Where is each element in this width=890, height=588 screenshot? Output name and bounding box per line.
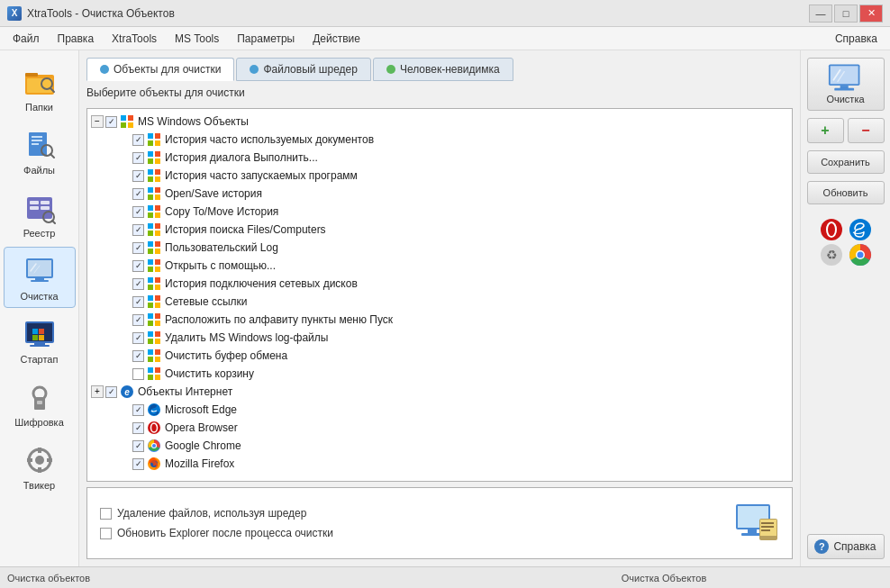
- tree-item-8[interactable]: История подключения сетевых дисков: [91, 275, 788, 293]
- win-icon-11: [147, 330, 161, 345]
- tree-item-0[interactable]: История часто используемых документов: [91, 131, 788, 149]
- cb-2[interactable]: [132, 170, 144, 182]
- app-icon: X: [7, 6, 22, 21]
- chrome-icon: [147, 439, 161, 453]
- svg-rect-119: [761, 529, 770, 531]
- tree-item-13[interactable]: Очистить корзину: [91, 365, 788, 383]
- cb-7[interactable]: [132, 260, 144, 272]
- win-icon-4: [147, 204, 161, 219]
- svg-rect-73: [148, 259, 153, 265]
- cb-3[interactable]: [132, 188, 144, 200]
- svg-rect-79: [148, 285, 153, 290]
- svg-rect-95: [148, 357, 153, 362]
- tab-invisible[interactable]: Человек-невидимка: [373, 58, 513, 81]
- tree-item-7[interactable]: Открыть с помощью...: [91, 257, 788, 275]
- svg-rect-121: [830, 66, 858, 84]
- sidebar-item-files[interactable]: Файлы: [4, 121, 76, 182]
- menu-params[interactable]: Параметры: [228, 30, 304, 48]
- cb-0[interactable]: [132, 134, 144, 146]
- close-button[interactable]: ✕: [859, 5, 883, 23]
- menu-action[interactable]: Действие: [304, 30, 369, 48]
- update-button[interactable]: Обновить: [807, 181, 885, 204]
- firefox-label: Mozilla Firefox: [165, 456, 234, 472]
- cb-edge[interactable]: [132, 404, 144, 416]
- item-label-4: Copy To/Move История: [165, 204, 278, 220]
- menu-file[interactable]: Файл: [4, 30, 49, 48]
- svg-rect-60: [155, 194, 160, 200]
- cb-1[interactable]: [132, 152, 144, 164]
- menu-edit[interactable]: Правка: [49, 30, 104, 48]
- save-button[interactable]: Сохранить: [807, 150, 885, 174]
- cb-5[interactable]: [132, 224, 144, 236]
- tree-item-11[interactable]: Удалить MS Windows log-файлы: [91, 329, 788, 347]
- tree-item-9[interactable]: Сетевые ссылки: [91, 293, 788, 311]
- sidebar-item-encrypt[interactable]: Шифровка: [4, 373, 76, 434]
- remove-button[interactable]: −: [848, 118, 885, 143]
- tree-item-edge[interactable]: Microsoft Edge: [91, 401, 788, 419]
- cb-10[interactable]: [132, 314, 144, 326]
- option-shredder-row[interactable]: Удаление файлов, используя шредер: [100, 507, 734, 520]
- add-button[interactable]: +: [807, 118, 844, 143]
- win-icon-ms-windows: [120, 114, 134, 129]
- svg-rect-81: [148, 295, 153, 301]
- status-left: Очистка объектов: [7, 573, 445, 583]
- tree-item-firefox[interactable]: Mozilla Firefox: [91, 455, 788, 473]
- sidebar-item-startup[interactable]: Стартап: [4, 310, 76, 371]
- sidebar-item-tweak[interactable]: Твикер: [4, 436, 76, 497]
- item-label-6: Пользовательский Log: [165, 240, 278, 256]
- startup-icon: [22, 316, 58, 352]
- tree-item-5[interactable]: История поиска Files/Computers: [91, 221, 788, 239]
- expand-ms-windows[interactable]: −: [91, 115, 104, 128]
- tree-item-2[interactable]: История часто запускаемых программ: [91, 167, 788, 185]
- cb-9[interactable]: [132, 296, 144, 308]
- cb-11[interactable]: [132, 332, 144, 344]
- menu-help[interactable]: Справка: [826, 30, 886, 48]
- tab-shredder[interactable]: Файловый шредер: [236, 58, 370, 81]
- tree-item-4[interactable]: Copy To/Move История: [91, 203, 788, 221]
- menu-xtratools[interactable]: XtraTools: [103, 30, 166, 48]
- tree-item-6[interactable]: Пользовательский Log: [91, 239, 788, 257]
- svg-rect-8: [32, 143, 39, 145]
- checkbox-ms-windows[interactable]: [105, 116, 117, 128]
- content-area: Объекты для очистки Файловый шредер Чело…: [79, 50, 800, 566]
- opt-checkbox-explorer[interactable]: [100, 528, 112, 539]
- clean-button[interactable]: Очистка: [807, 58, 885, 111]
- tree-item-1[interactable]: История диалога Выполнить...: [91, 149, 788, 167]
- minimize-button[interactable]: —: [809, 5, 832, 23]
- sidebar-item-registry[interactable]: Реестр: [4, 184, 76, 245]
- svg-rect-45: [148, 133, 153, 139]
- tree-group-internet[interactable]: + e Объекты Интернет: [91, 383, 788, 401]
- cb-firefox[interactable]: [132, 458, 144, 470]
- tree-item-10[interactable]: Расположить по алфавиту пункты меню Пуск: [91, 311, 788, 329]
- item-label-12: Очистить буфер обмена: [165, 348, 287, 364]
- menu-mstools[interactable]: MS Tools: [166, 30, 228, 48]
- tree-item-chrome[interactable]: Google Chrome: [91, 437, 788, 455]
- checkbox-internet[interactable]: [105, 386, 117, 398]
- options-icon: [734, 501, 779, 546]
- sidebar-item-folders[interactable]: Папки: [4, 58, 76, 119]
- svg-rect-74: [155, 259, 160, 265]
- svg-rect-56: [155, 176, 160, 182]
- edge-label: Microsoft Edge: [165, 402, 237, 418]
- right-help-button[interactable]: ? Справка: [807, 534, 885, 559]
- expand-internet[interactable]: +: [91, 385, 104, 398]
- tree-group-ms-windows[interactable]: − MS Windows Объекты: [91, 113, 788, 131]
- sidebar-item-clean[interactable]: Очистка: [4, 247, 76, 308]
- cb-8[interactable]: [132, 278, 144, 290]
- svg-rect-43: [121, 122, 126, 128]
- cb-4[interactable]: [132, 206, 144, 218]
- cb-6[interactable]: [132, 242, 144, 254]
- tree-panel[interactable]: − MS Windows Объекты: [86, 108, 793, 482]
- cb-13[interactable]: [132, 368, 144, 380]
- maximize-button[interactable]: □: [834, 5, 858, 23]
- tree-item-12[interactable]: Очистить буфер обмена: [91, 347, 788, 365]
- cb-12[interactable]: [132, 350, 144, 362]
- cb-chrome[interactable]: [132, 440, 144, 452]
- option-explorer-row[interactable]: Обновить Explorer после процесса очистки: [100, 527, 734, 539]
- tree-item-3[interactable]: Open/Save история: [91, 185, 788, 203]
- tree-item-opera[interactable]: Opera Browser: [91, 419, 788, 437]
- cb-opera[interactable]: [132, 422, 144, 434]
- title-bar-text: XtraTools - Очистка Объектов: [27, 7, 809, 20]
- tab-objects[interactable]: Объекты для очистки: [86, 58, 234, 81]
- opt-checkbox-shredder[interactable]: [100, 508, 112, 520]
